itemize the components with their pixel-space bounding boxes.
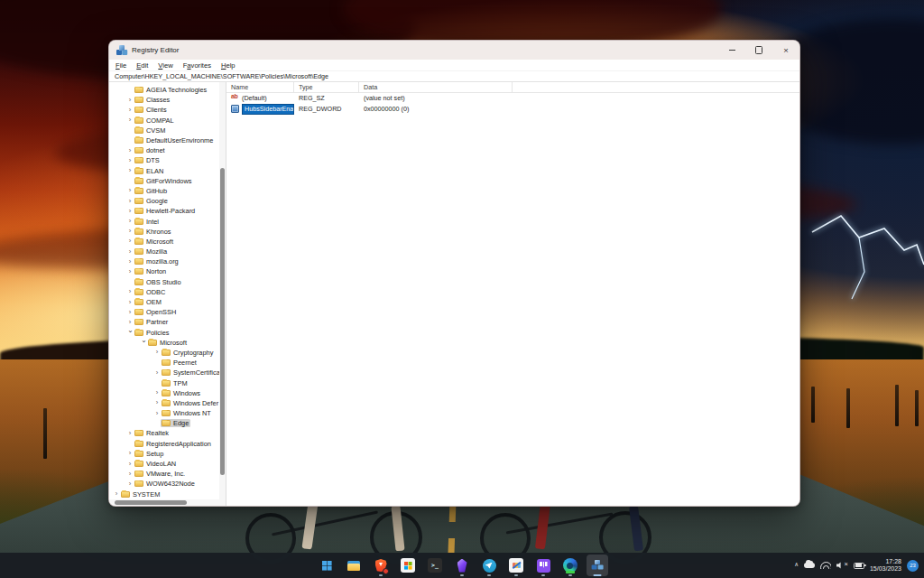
tree-item-odbc[interactable]: ›ODBC — [109, 287, 226, 297]
tree-item-microsoft[interactable]: ›Microsoft — [109, 237, 226, 247]
tree-item-partner[interactable]: ›Partner — [109, 317, 226, 327]
column-header-data[interactable]: Data — [359, 82, 513, 92]
onedrive-cloud-icon[interactable] — [804, 563, 815, 568]
chevron-down-icon[interactable]: › — [140, 338, 147, 345]
tree-item-norton[interactable]: ›Norton — [109, 266, 226, 276]
tray-overflow-chevron-icon[interactable]: ∧ — [794, 561, 799, 568]
tree-item-khronos[interactable]: ›Khronos — [109, 227, 226, 237]
chevron-right-icon[interactable]: › — [153, 399, 161, 406]
tree-item-openssh[interactable]: ›OpenSSH — [109, 307, 226, 317]
tree-horizontal-scrollbar[interactable] — [109, 499, 220, 506]
maximize-button[interactable] — [745, 41, 772, 60]
value-row[interactable]: (Default)REG_SZ(value not set) — [226, 93, 799, 104]
chevron-right-icon[interactable]: › — [126, 238, 134, 245]
chevron-right-icon[interactable]: › — [126, 247, 134, 255]
chevron-right-icon[interactable]: › — [113, 490, 120, 498]
tree-item-realtek[interactable]: ›Realtek — [109, 428, 226, 438]
value-name-edit-box[interactable]: HubsSidebarEna... — [242, 104, 294, 116]
minimize-button[interactable] — [718, 41, 745, 60]
chevron-right-icon[interactable]: › — [126, 228, 134, 235]
tree-item-classes[interactable]: ›Classes — [109, 95, 226, 105]
chevron-right-icon[interactable]: › — [126, 480, 134, 487]
taskbar-snipping-tool-button[interactable] — [505, 555, 527, 576]
menu-favorites[interactable]: Favorites — [183, 61, 211, 70]
chevron-right-icon[interactable]: › — [126, 96, 134, 103]
tree-item-peernet[interactable]: Peernet — [109, 358, 226, 368]
tree-item-github[interactable]: ›GitHub — [109, 186, 226, 196]
address-bar[interactable]: Computer\HKEY_LOCAL_MACHINE\SOFTWARE\Pol… — [109, 71, 799, 82]
tree-item-gitforwindows[interactable]: GitForWindows — [109, 176, 226, 186]
taskbar-start-button[interactable] — [316, 555, 337, 576]
chevron-right-icon[interactable]: › — [153, 389, 161, 396]
tree-item-mozilla-org[interactable]: ›mozilla.org — [109, 256, 226, 266]
chevron-right-icon[interactable]: › — [126, 207, 134, 214]
tree-item-obs-studio[interactable]: OBS Studio — [109, 277, 226, 287]
chevron-right-icon[interactable]: › — [126, 197, 134, 204]
taskbar-terminal-button[interactable] — [424, 555, 446, 576]
chevron-right-icon[interactable]: › — [126, 146, 134, 154]
chevron-right-icon[interactable]: › — [126, 187, 134, 194]
tree-item-system[interactable]: ›SYSTEM — [109, 489, 226, 499]
taskbar-microsoft-store-button[interactable] — [397, 555, 419, 576]
taskbar-brave-button[interactable] — [370, 555, 392, 576]
chevron-right-icon[interactable]: › — [126, 167, 134, 174]
taskbar-twitch-button[interactable] — [532, 555, 554, 576]
tree-item-windows-nt[interactable]: ›Windows NT — [109, 408, 226, 418]
tree-item-mozilla[interactable]: ›Mozilla — [109, 247, 226, 256]
scrollbar-thumb[interactable] — [115, 500, 187, 505]
tree-item-ageia-technologies[interactable]: AGEIA Technologies — [109, 85, 226, 95]
tree-item-elan[interactable]: ›ELAN — [109, 166, 226, 176]
chevron-right-icon[interactable]: › — [126, 156, 134, 163]
chevron-right-icon[interactable]: › — [126, 470, 134, 477]
tree-item-wow6432node[interactable]: ›WOW6432Node — [109, 479, 226, 489]
tree-item-policies[interactable]: ›Policies — [109, 328, 226, 338]
tree-item-compal[interactable]: ›COMPAL — [109, 116, 226, 126]
chevron-right-icon[interactable]: › — [126, 460, 134, 467]
chevron-right-icon[interactable]: › — [126, 267, 134, 275]
chevron-right-icon[interactable]: › — [126, 450, 134, 457]
chevron-right-icon[interactable]: › — [126, 106, 134, 113]
tree-item-systemcertifical[interactable]: ›SystemCertifical — [109, 368, 226, 378]
chevron-right-icon[interactable]: › — [126, 288, 134, 295]
column-header-type[interactable]: Type — [294, 82, 359, 92]
tree-item-defaultuserenvironme[interactable]: DefaultUserEnvironme — [109, 135, 226, 145]
tree-item-registeredapplication[interactable]: RegisteredApplication — [109, 439, 226, 449]
taskbar-telegram-button[interactable] — [478, 555, 500, 576]
taskbar-edge-beta-button[interactable] — [559, 555, 581, 576]
taskbar-clock[interactable]: 17:28 15/03/2023 — [870, 558, 901, 573]
chevron-right-icon[interactable]: › — [126, 298, 134, 305]
chevron-right-icon[interactable]: › — [126, 257, 134, 265]
tree-item-oem[interactable]: ›OEM — [109, 297, 226, 307]
volume-muted-icon[interactable] — [836, 562, 848, 570]
tree-item-dts[interactable]: ›DTS — [109, 155, 226, 165]
title-bar[interactable]: Registry Editor × — [109, 41, 799, 60]
chevron-right-icon[interactable]: › — [153, 409, 161, 416]
taskbar-obsidian-button[interactable] — [451, 555, 473, 576]
tree-item-setup[interactable]: ›Setup — [109, 449, 226, 459]
tree-item-hewlett-packard[interactable]: ›Hewlett-Packard — [109, 206, 226, 216]
chevron-down-icon[interactable]: › — [126, 328, 134, 335]
value-name[interactable]: (Default) — [242, 94, 267, 102]
menu-edit[interactable]: Edit — [136, 61, 148, 70]
tree-item-edge[interactable]: Edge — [109, 418, 226, 428]
chevron-right-icon[interactable]: › — [126, 218, 134, 225]
tree-item-cryptography[interactable]: ›Cryptography — [109, 348, 226, 358]
taskbar-file-explorer-button[interactable] — [343, 555, 365, 576]
tree-item-intel[interactable]: ›Intel — [109, 216, 226, 226]
value-row[interactable]: HubsSidebarEna...REG_DWORD0x00000000 (0) — [226, 104, 799, 115]
scrollbar-thumb[interactable] — [220, 168, 225, 475]
tree-item-windows[interactable]: ›Windows — [109, 388, 226, 398]
tree-item-google[interactable]: ›Google — [109, 196, 226, 206]
column-header-name[interactable]: Name — [226, 82, 294, 92]
chevron-right-icon[interactable]: › — [126, 308, 134, 315]
tree-item-vmware-inc-[interactable]: ›VMware, Inc. — [109, 469, 226, 479]
chevron-right-icon[interactable]: › — [126, 117, 134, 124]
tree-item-tpm[interactable]: TPM — [109, 378, 226, 387]
close-button[interactable]: × — [772, 41, 799, 60]
chevron-right-icon[interactable]: › — [126, 318, 134, 325]
menu-file[interactable]: File — [116, 61, 126, 70]
tree-item-clients[interactable]: ›Clients — [109, 105, 226, 115]
wifi-icon[interactable] — [820, 562, 831, 569]
tree-item-cvsm[interactable]: CVSM — [109, 126, 226, 135]
tree-item-dotnet[interactable]: ›dotnet — [109, 145, 226, 155]
